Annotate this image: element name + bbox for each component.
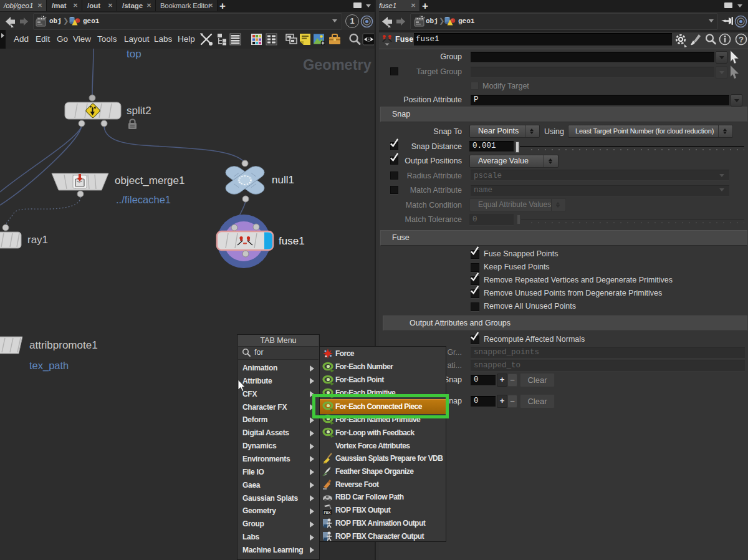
svg-text:?: ? — [739, 35, 744, 44]
svg-text:FBX: FBX — [324, 511, 331, 514]
